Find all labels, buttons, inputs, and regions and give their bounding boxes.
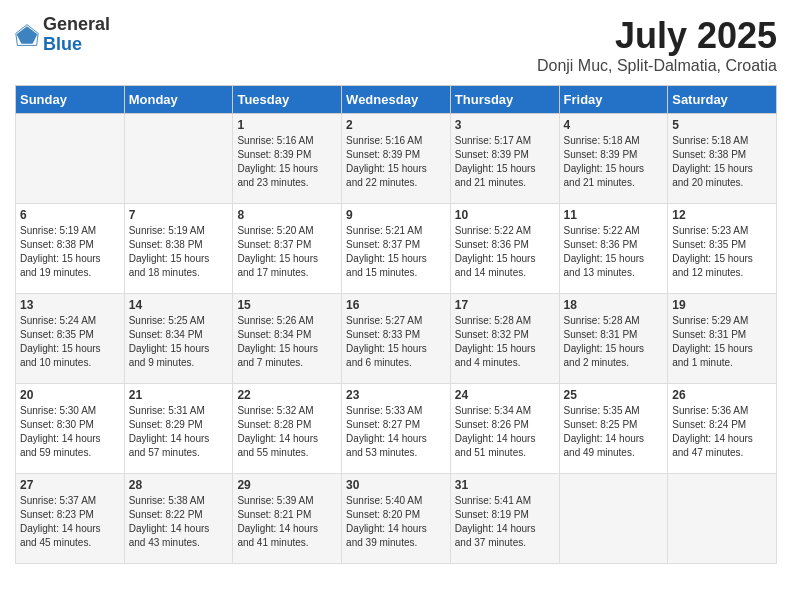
day-info: Sunrise: 5:35 AMSunset: 8:25 PMDaylight:… <box>564 404 664 460</box>
table-row: 17Sunrise: 5:28 AMSunset: 8:32 PMDayligh… <box>450 294 559 384</box>
calendar-title: July 2025 <box>537 15 777 57</box>
table-row: 19Sunrise: 5:29 AMSunset: 8:31 PMDayligh… <box>668 294 777 384</box>
table-row: 13Sunrise: 5:24 AMSunset: 8:35 PMDayligh… <box>16 294 125 384</box>
table-row: 14Sunrise: 5:25 AMSunset: 8:34 PMDayligh… <box>124 294 233 384</box>
day-info: Sunrise: 5:29 AMSunset: 8:31 PMDaylight:… <box>672 314 772 370</box>
header-monday: Monday <box>124 86 233 114</box>
table-row: 18Sunrise: 5:28 AMSunset: 8:31 PMDayligh… <box>559 294 668 384</box>
calendar-week-row: 1Sunrise: 5:16 AMSunset: 8:39 PMDaylight… <box>16 114 777 204</box>
day-info: Sunrise: 5:17 AMSunset: 8:39 PMDaylight:… <box>455 134 555 190</box>
table-row: 15Sunrise: 5:26 AMSunset: 8:34 PMDayligh… <box>233 294 342 384</box>
day-number: 26 <box>672 388 772 402</box>
day-number: 22 <box>237 388 337 402</box>
day-info: Sunrise: 5:22 AMSunset: 8:36 PMDaylight:… <box>564 224 664 280</box>
table-row: 10Sunrise: 5:22 AMSunset: 8:36 PMDayligh… <box>450 204 559 294</box>
day-number: 16 <box>346 298 446 312</box>
table-row: 12Sunrise: 5:23 AMSunset: 8:35 PMDayligh… <box>668 204 777 294</box>
day-number: 2 <box>346 118 446 132</box>
header-wednesday: Wednesday <box>342 86 451 114</box>
table-row: 3Sunrise: 5:17 AMSunset: 8:39 PMDaylight… <box>450 114 559 204</box>
day-info: Sunrise: 5:18 AMSunset: 8:39 PMDaylight:… <box>564 134 664 190</box>
day-number: 8 <box>237 208 337 222</box>
day-info: Sunrise: 5:28 AMSunset: 8:31 PMDaylight:… <box>564 314 664 370</box>
day-info: Sunrise: 5:16 AMSunset: 8:39 PMDaylight:… <box>346 134 446 190</box>
table-row: 9Sunrise: 5:21 AMSunset: 8:37 PMDaylight… <box>342 204 451 294</box>
day-info: Sunrise: 5:24 AMSunset: 8:35 PMDaylight:… <box>20 314 120 370</box>
page-header: General Blue July 2025 Donji Muc, Split-… <box>15 15 777 75</box>
calendar-subtitle: Donji Muc, Split-Dalmatia, Croatia <box>537 57 777 75</box>
day-info: Sunrise: 5:37 AMSunset: 8:23 PMDaylight:… <box>20 494 120 550</box>
day-info: Sunrise: 5:31 AMSunset: 8:29 PMDaylight:… <box>129 404 229 460</box>
day-info: Sunrise: 5:32 AMSunset: 8:28 PMDaylight:… <box>237 404 337 460</box>
day-number: 1 <box>237 118 337 132</box>
table-row: 20Sunrise: 5:30 AMSunset: 8:30 PMDayligh… <box>16 384 125 474</box>
table-row: 16Sunrise: 5:27 AMSunset: 8:33 PMDayligh… <box>342 294 451 384</box>
day-number: 28 <box>129 478 229 492</box>
day-info: Sunrise: 5:39 AMSunset: 8:21 PMDaylight:… <box>237 494 337 550</box>
calendar-week-row: 13Sunrise: 5:24 AMSunset: 8:35 PMDayligh… <box>16 294 777 384</box>
table-row: 26Sunrise: 5:36 AMSunset: 8:24 PMDayligh… <box>668 384 777 474</box>
header-thursday: Thursday <box>450 86 559 114</box>
day-info: Sunrise: 5:38 AMSunset: 8:22 PMDaylight:… <box>129 494 229 550</box>
day-number: 18 <box>564 298 664 312</box>
table-row <box>16 114 125 204</box>
day-number: 31 <box>455 478 555 492</box>
table-row: 23Sunrise: 5:33 AMSunset: 8:27 PMDayligh… <box>342 384 451 474</box>
calendar-week-row: 20Sunrise: 5:30 AMSunset: 8:30 PMDayligh… <box>16 384 777 474</box>
table-row: 28Sunrise: 5:38 AMSunset: 8:22 PMDayligh… <box>124 474 233 564</box>
day-info: Sunrise: 5:16 AMSunset: 8:39 PMDaylight:… <box>237 134 337 190</box>
table-row: 30Sunrise: 5:40 AMSunset: 8:20 PMDayligh… <box>342 474 451 564</box>
day-number: 27 <box>20 478 120 492</box>
day-number: 3 <box>455 118 555 132</box>
day-number: 5 <box>672 118 772 132</box>
table-row: 1Sunrise: 5:16 AMSunset: 8:39 PMDaylight… <box>233 114 342 204</box>
day-info: Sunrise: 5:25 AMSunset: 8:34 PMDaylight:… <box>129 314 229 370</box>
table-row: 2Sunrise: 5:16 AMSunset: 8:39 PMDaylight… <box>342 114 451 204</box>
day-number: 20 <box>20 388 120 402</box>
day-number: 11 <box>564 208 664 222</box>
table-row: 8Sunrise: 5:20 AMSunset: 8:37 PMDaylight… <box>233 204 342 294</box>
day-info: Sunrise: 5:28 AMSunset: 8:32 PMDaylight:… <box>455 314 555 370</box>
table-row: 22Sunrise: 5:32 AMSunset: 8:28 PMDayligh… <box>233 384 342 474</box>
logo-general: General <box>43 15 110 35</box>
day-number: 17 <box>455 298 555 312</box>
table-row <box>668 474 777 564</box>
day-info: Sunrise: 5:34 AMSunset: 8:26 PMDaylight:… <box>455 404 555 460</box>
day-number: 14 <box>129 298 229 312</box>
day-number: 13 <box>20 298 120 312</box>
table-row: 29Sunrise: 5:39 AMSunset: 8:21 PMDayligh… <box>233 474 342 564</box>
day-number: 7 <box>129 208 229 222</box>
day-info: Sunrise: 5:22 AMSunset: 8:36 PMDaylight:… <box>455 224 555 280</box>
day-number: 15 <box>237 298 337 312</box>
logo-blue: Blue <box>43 35 110 55</box>
logo: General Blue <box>15 15 110 55</box>
day-info: Sunrise: 5:36 AMSunset: 8:24 PMDaylight:… <box>672 404 772 460</box>
table-row: 25Sunrise: 5:35 AMSunset: 8:25 PMDayligh… <box>559 384 668 474</box>
day-number: 30 <box>346 478 446 492</box>
table-row: 27Sunrise: 5:37 AMSunset: 8:23 PMDayligh… <box>16 474 125 564</box>
day-info: Sunrise: 5:30 AMSunset: 8:30 PMDaylight:… <box>20 404 120 460</box>
day-info: Sunrise: 5:20 AMSunset: 8:37 PMDaylight:… <box>237 224 337 280</box>
table-row: 4Sunrise: 5:18 AMSunset: 8:39 PMDaylight… <box>559 114 668 204</box>
day-number: 24 <box>455 388 555 402</box>
day-info: Sunrise: 5:19 AMSunset: 8:38 PMDaylight:… <box>129 224 229 280</box>
day-number: 12 <box>672 208 772 222</box>
day-number: 21 <box>129 388 229 402</box>
header-saturday: Saturday <box>668 86 777 114</box>
table-row: 24Sunrise: 5:34 AMSunset: 8:26 PMDayligh… <box>450 384 559 474</box>
day-info: Sunrise: 5:41 AMSunset: 8:19 PMDaylight:… <box>455 494 555 550</box>
day-info: Sunrise: 5:18 AMSunset: 8:38 PMDaylight:… <box>672 134 772 190</box>
calendar-week-row: 6Sunrise: 5:19 AMSunset: 8:38 PMDaylight… <box>16 204 777 294</box>
logo-icon <box>15 23 39 47</box>
day-number: 29 <box>237 478 337 492</box>
day-info: Sunrise: 5:40 AMSunset: 8:20 PMDaylight:… <box>346 494 446 550</box>
table-row: 31Sunrise: 5:41 AMSunset: 8:19 PMDayligh… <box>450 474 559 564</box>
day-info: Sunrise: 5:26 AMSunset: 8:34 PMDaylight:… <box>237 314 337 370</box>
day-number: 4 <box>564 118 664 132</box>
header-tuesday: Tuesday <box>233 86 342 114</box>
table-row: 5Sunrise: 5:18 AMSunset: 8:38 PMDaylight… <box>668 114 777 204</box>
day-info: Sunrise: 5:19 AMSunset: 8:38 PMDaylight:… <box>20 224 120 280</box>
day-number: 9 <box>346 208 446 222</box>
header-friday: Friday <box>559 86 668 114</box>
calendar-header-row: Sunday Monday Tuesday Wednesday Thursday… <box>16 86 777 114</box>
